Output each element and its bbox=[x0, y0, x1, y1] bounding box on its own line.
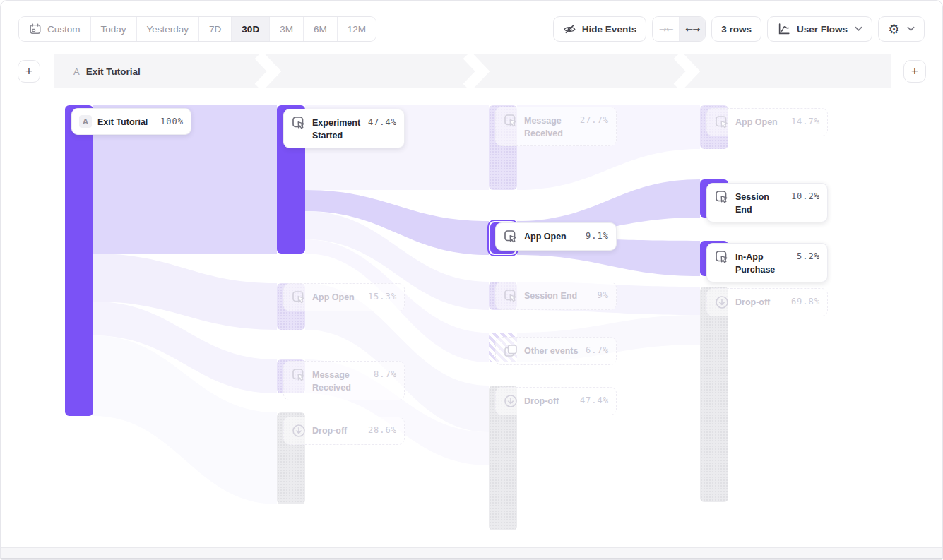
node-label: Experiment Started bbox=[312, 115, 362, 142]
gear-icon: ⚙ bbox=[888, 23, 900, 36]
date-range-custom[interactable]: Custom bbox=[19, 17, 90, 41]
node-card-other-events[interactable]: Other events6.7% bbox=[495, 337, 617, 365]
date-range-group: CustomTodayYesterday7D30D3M6M12M bbox=[18, 16, 376, 42]
date-range-label: Yesterday bbox=[147, 24, 189, 35]
node-label: App Open bbox=[312, 290, 362, 304]
node-label: Drop-off bbox=[524, 393, 574, 407]
other-events-icon bbox=[503, 343, 518, 359]
event-icon bbox=[503, 288, 518, 304]
node-label: Session End bbox=[735, 189, 785, 216]
date-range-6m[interactable]: 6M bbox=[303, 17, 337, 41]
date-range-label: Today bbox=[101, 24, 126, 35]
node-percentage: 10.2% bbox=[791, 189, 820, 201]
node-percentage: 27.7% bbox=[580, 113, 609, 125]
date-range-label: 3M bbox=[280, 24, 293, 35]
node-label: Message Received bbox=[312, 367, 368, 394]
node-card-drop-off[interactable]: Drop-off69.8% bbox=[706, 288, 828, 316]
width-toggle-group: →← ←→ bbox=[652, 16, 706, 42]
plus-icon: + bbox=[911, 64, 918, 78]
node-card-session-end[interactable]: Session End9% bbox=[495, 282, 617, 310]
user-flows-app: CustomTodayYesterday7D30D3M6M12M Hide Ev… bbox=[0, 0, 943, 560]
toolbar: CustomTodayYesterday7D30D3M6M12M Hide Ev… bbox=[18, 16, 925, 42]
date-range-label: 7D bbox=[209, 24, 221, 35]
node-bar-exit-tutorial[interactable] bbox=[65, 105, 93, 416]
settings-button[interactable]: ⚙ bbox=[878, 16, 925, 42]
start-event-badge: A bbox=[73, 66, 80, 77]
step-chevron-separators bbox=[54, 54, 891, 88]
view-selector-button[interactable]: User Flows bbox=[767, 16, 872, 42]
arrows-expand-icon: ←→ bbox=[685, 24, 699, 35]
rows-label: 3 rows bbox=[721, 24, 752, 35]
date-range-toolbar: CustomTodayYesterday7D30D3M6M12M bbox=[18, 16, 376, 42]
collapse-width-button[interactable]: →← bbox=[653, 17, 679, 41]
node-card-drop-off[interactable]: Drop-off47.4% bbox=[495, 387, 617, 415]
eye-off-icon bbox=[563, 23, 576, 36]
event-icon bbox=[714, 114, 730, 130]
event-icon bbox=[503, 113, 518, 129]
start-event-breadcrumb[interactable]: A Exit Tutorial bbox=[54, 66, 141, 77]
node-card-drop-off[interactable]: Drop-off28.6% bbox=[283, 417, 405, 445]
node-percentage: 6.7% bbox=[586, 343, 609, 355]
drop-off-icon bbox=[714, 294, 730, 310]
node-label: Session End bbox=[524, 288, 592, 302]
node-percentage: 9% bbox=[598, 288, 609, 300]
node-percentage: 100% bbox=[160, 114, 184, 126]
node-card-in-app-purchase[interactable]: In-App Purchase5.2% bbox=[706, 243, 828, 282]
add-step-left-button[interactable]: + bbox=[18, 60, 40, 83]
node-label: Message Received bbox=[524, 113, 574, 140]
node-percentage: 69.8% bbox=[791, 294, 820, 306]
chevron-down-icon bbox=[907, 26, 915, 32]
date-range-yesterday[interactable]: Yesterday bbox=[136, 17, 199, 41]
node-card-experiment-started[interactable]: Experiment Started47.4% bbox=[283, 109, 405, 148]
node-label: App Open bbox=[524, 229, 580, 243]
expand-width-button[interactable]: ←→ bbox=[679, 17, 705, 41]
drop-off-icon bbox=[503, 393, 518, 409]
start-event-label: Exit Tutorial bbox=[86, 66, 141, 77]
event-icon bbox=[291, 290, 307, 305]
date-range-30d[interactable]: 30D bbox=[231, 17, 269, 41]
date-range-today[interactable]: Today bbox=[90, 17, 136, 41]
horizontal-scrollbar-track[interactable] bbox=[1, 547, 942, 559]
node-percentage: 28.6% bbox=[368, 423, 397, 435]
node-card-message-received[interactable]: Message Received8.7% bbox=[283, 361, 405, 400]
chevron-down-icon bbox=[855, 26, 862, 32]
date-range-label: 30D bbox=[242, 24, 259, 35]
event-letter-badge: A bbox=[79, 115, 92, 128]
calendar-icon bbox=[29, 23, 42, 35]
date-range-7d[interactable]: 7D bbox=[198, 17, 231, 41]
node-label: Other events bbox=[524, 343, 580, 357]
flow-chart-icon bbox=[777, 22, 791, 36]
node-percentage: 47.4% bbox=[368, 115, 397, 127]
arrows-collapse-icon: →← bbox=[659, 24, 673, 35]
node-label: Drop-off bbox=[312, 423, 362, 437]
event-icon bbox=[503, 229, 518, 244]
date-range-label: 6M bbox=[314, 24, 327, 35]
add-step-right-button[interactable]: + bbox=[903, 60, 926, 83]
node-label: In-App Purchase bbox=[735, 249, 791, 276]
plus-icon: + bbox=[25, 64, 32, 78]
view-selector-label: User Flows bbox=[797, 24, 848, 35]
node-bar-drop-off[interactable] bbox=[700, 287, 728, 502]
node-percentage: 5.2% bbox=[797, 249, 820, 261]
node-card-app-open[interactable]: App Open9.1% bbox=[495, 222, 617, 251]
node-card-app-open[interactable]: App Open15.3% bbox=[283, 283, 405, 311]
node-label: Drop-off bbox=[735, 294, 785, 309]
node-card-session-end[interactable]: Session End10.2% bbox=[706, 183, 828, 222]
date-range-label: 12M bbox=[348, 24, 366, 35]
event-icon bbox=[291, 115, 307, 131]
node-label: Exit Tutorial bbox=[97, 114, 155, 129]
event-icon bbox=[714, 189, 730, 205]
node-card-message-received[interactable]: Message Received27.7% bbox=[495, 107, 617, 146]
date-range-3m[interactable]: 3M bbox=[269, 17, 303, 41]
node-card-app-open[interactable]: App Open14.7% bbox=[706, 108, 828, 136]
event-icon bbox=[714, 249, 730, 265]
hide-events-label: Hide Events bbox=[582, 24, 636, 35]
node-card-exit-tutorial[interactable]: AExit Tutorial100% bbox=[71, 108, 191, 135]
date-range-12m[interactable]: 12M bbox=[337, 17, 376, 41]
event-icon bbox=[291, 367, 307, 383]
rows-button[interactable]: 3 rows bbox=[711, 16, 761, 42]
node-percentage: 15.3% bbox=[368, 290, 397, 302]
toolbar-right: Hide Events →← ←→ 3 rows bbox=[553, 16, 925, 42]
node-percentage: 47.4% bbox=[580, 393, 609, 405]
hide-events-button[interactable]: Hide Events bbox=[553, 16, 646, 42]
